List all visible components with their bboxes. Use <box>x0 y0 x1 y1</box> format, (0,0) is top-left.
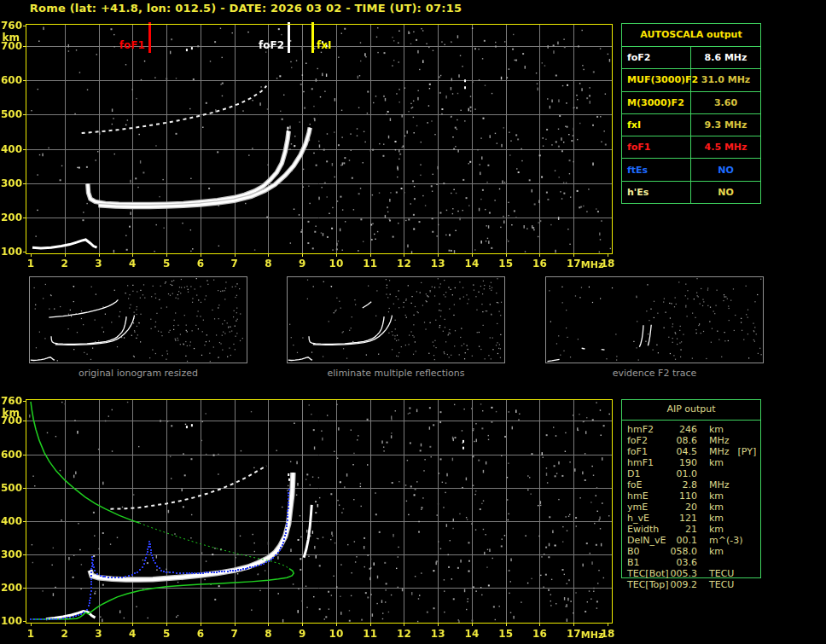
autoscala-row: MUF(3000)F231.0 MHz <box>622 68 760 90</box>
thumbnail-f2-trace: evidence F2 trace <box>545 276 764 379</box>
aip-row-name: foF1 <box>627 446 665 457</box>
aip-row-name: h_vE <box>627 513 665 524</box>
aip-row-unit: km <box>697 502 724 513</box>
aip-row: h_vE121km <box>627 513 761 524</box>
aip-row-value: 058.0 <box>665 546 697 557</box>
aip-row-value: 190 <box>665 457 697 468</box>
aip-row-value: 04.5 <box>665 446 697 457</box>
autoscala-row: foF14.5 MHz <box>622 136 760 158</box>
aip-row-value: 246 <box>665 424 697 435</box>
autoscala-row: h'EsNO <box>622 181 760 203</box>
autoscala-table: AUTOSCALA output foF28.6 MHzMUF(3000)F23… <box>621 23 761 204</box>
autoscala-row: foF28.6 MHz <box>622 47 760 68</box>
aip-row-extra: [PY] <box>730 446 757 457</box>
aip-row-name: TEC[Top] <box>627 579 665 590</box>
autoscala-table-title: AUTOSCALA output <box>622 24 760 47</box>
aip-row-value: 21 <box>665 524 697 535</box>
thumbnail-no-reflections-plot <box>287 276 505 363</box>
aip-row-unit: km <box>697 546 724 557</box>
aip-row-value: 110 <box>665 490 697 502</box>
aip-row-unit: TECU <box>697 579 734 590</box>
autoscala-row-label: MUF(3000)F2 <box>622 69 691 90</box>
aip-row: TEC[Top]009.2TECU <box>627 579 761 590</box>
thumbnail-no-reflections: eliminate multiple reflections <box>287 276 505 379</box>
aip-row-unit: km <box>697 424 724 435</box>
aip-row-name: hmE <box>627 490 665 502</box>
aip-row-name: ymE <box>627 502 665 513</box>
aip-row-unit: km <box>697 524 724 535</box>
aip-row-value: 08.6 <box>665 435 697 446</box>
aip-row-name: foE <box>627 479 665 490</box>
bottom-ionogram-plot <box>0 391 618 643</box>
thumbnail-original-plot <box>29 276 247 363</box>
autoscala-row-label: fxI <box>622 114 691 136</box>
autoscala-row-value: 4.5 MHz <box>691 142 760 153</box>
autoscala-row-label: ftEs <box>622 159 691 180</box>
aip-row-unit: km <box>697 457 724 468</box>
autoscala-row-label: foF1 <box>622 136 691 158</box>
aip-row-unit: km <box>697 490 724 502</box>
aip-row: DelN_vE00.1m^(-3) <box>627 535 761 546</box>
top-ionogram-plot <box>0 14 618 270</box>
aip-row-value: 009.2 <box>665 579 697 590</box>
autoscala-row: M(3000)F23.60 <box>622 91 760 113</box>
aip-row-value: 005.3 <box>665 568 697 579</box>
autoscala-row-value: NO <box>691 187 760 198</box>
aip-row: ymE20km <box>627 502 761 513</box>
page-title: Rome (lat: +41.8, lon: 012.5) - DATE: 20… <box>0 2 492 15</box>
aip-row: hmF1190km <box>627 457 761 468</box>
aip-row: B0058.0km <box>627 546 761 557</box>
aip-row-value: 121 <box>665 513 697 524</box>
aip-row: B103.6 <box>627 557 761 568</box>
aip-row-name: D1 <box>627 468 665 479</box>
aip-row: Ewidth21km <box>627 524 761 535</box>
aip-row: TEC[Bot]005.3TECU <box>627 568 761 579</box>
aip-row-name: B1 <box>627 557 665 568</box>
aip-row-name: TEC[Bot] <box>627 568 665 579</box>
thumbnail-caption: original ionogram resized <box>29 368 247 379</box>
autoscala-row-value: 8.6 MHz <box>691 52 760 63</box>
aip-row: foF104.5MHz[PY] <box>627 446 761 457</box>
aip-row-name: hmF1 <box>627 457 665 468</box>
aip-row: foF208.6MHz <box>627 435 761 446</box>
aip-row: foE2.8MHz <box>627 479 761 490</box>
aip-row-unit: km <box>697 513 724 524</box>
aip-row: D101.0 <box>627 468 761 479</box>
aip-row-value: 03.6 <box>665 557 697 568</box>
thumbnail-f2-trace-plot <box>545 276 764 363</box>
aip-table-title: AIP output <box>621 399 761 420</box>
aip-row: hmF2246km <box>627 424 761 435</box>
aip-row-value: 01.0 <box>665 468 697 479</box>
autoscala-row-value: NO <box>691 165 760 176</box>
thumbnail-original: original ionogram resized <box>29 276 247 379</box>
aip-row-name: DelN_vE <box>627 535 665 546</box>
aip-row: hmE110km <box>627 490 761 502</box>
aip-row-unit: TECU <box>697 568 734 579</box>
autoscala-row: fxI9.3 MHz <box>622 113 760 136</box>
autoscala-row-label: h'Es <box>622 182 691 203</box>
aip-row-unit: MHz <box>697 435 730 446</box>
aip-row-unit <box>697 557 709 568</box>
aip-row-name: B0 <box>627 546 665 557</box>
autoscala-row-value: 9.3 MHz <box>691 119 760 131</box>
aip-row-name: hmF2 <box>627 424 665 435</box>
aip-row-unit: m^(-3) <box>697 535 742 546</box>
thumbnail-caption: evidence F2 trace <box>545 368 764 379</box>
aip-row-name: foF2 <box>627 435 665 446</box>
aip-row-value: 00.1 <box>665 535 697 546</box>
autoscala-row-value: 3.60 <box>691 97 760 108</box>
thumbnail-caption: eliminate multiple reflections <box>287 368 505 379</box>
autoscala-screen: Rome (lat: +41.8, lon: 012.5) - DATE: 20… <box>0 0 826 644</box>
aip-row-unit <box>697 468 709 479</box>
aip-row-value: 2.8 <box>665 479 697 490</box>
aip-row-unit: MHz <box>697 479 730 490</box>
aip-row-value: 20 <box>665 502 697 513</box>
aip-row-name: Ewidth <box>627 524 665 535</box>
autoscala-row-label: foF2 <box>622 47 691 68</box>
aip-row-unit: MHz <box>697 446 730 457</box>
autoscala-row-label: M(3000)F2 <box>622 92 691 113</box>
autoscala-row: ftEsNO <box>622 158 760 180</box>
aip-table: AIP output hmF2246kmfoF208.6MHzfoF104.5M… <box>621 399 761 590</box>
autoscala-row-value: 31.0 MHz <box>691 74 760 85</box>
